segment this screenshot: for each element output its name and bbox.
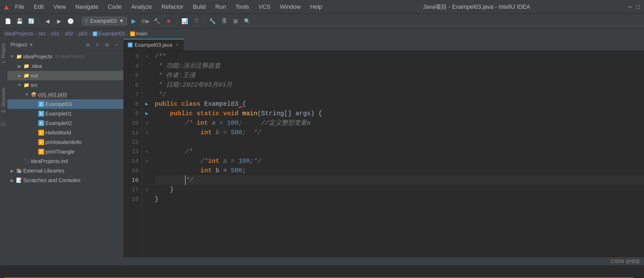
tree-item-printtriangle[interactable]: ▶ C printTriangle (7, 147, 123, 156)
tree-item-external-libs[interactable]: ▶ 📚 External Libraries (7, 166, 123, 175)
menu-code[interactable]: Code (105, 2, 125, 11)
line-num-14: 14 (124, 156, 139, 166)
back-button[interactable]: ◀ (43, 16, 52, 26)
menu-refactor[interactable]: Refactor (158, 2, 186, 11)
run-config-dropdown[interactable]: C Exampel03 ▼ (82, 17, 127, 25)
menu-build[interactable]: Build (190, 2, 209, 11)
tree-label-printtriangle: printTriangle (45, 149, 74, 155)
token-14-1: /* (155, 156, 208, 166)
token-9-indent (155, 109, 170, 118)
maximize-button[interactable]: □ (636, 3, 640, 10)
tree-item-root[interactable]: ▼ 📁 ideaProjects D:\ideaProjects (7, 52, 123, 61)
tree-item-c01s02p03[interactable]: ▼ 📦 c01.s02.p03 (7, 90, 123, 99)
tree-item-out[interactable]: ▶ 📁 out (7, 71, 123, 80)
structure-tab-vertical[interactable]: Z- Structure (0, 84, 7, 117)
layout-button[interactable]: ⊞ (231, 16, 241, 26)
panel-collapse-button[interactable]: ≡ (94, 41, 101, 49)
menu-edit[interactable]: Edit (31, 2, 47, 11)
menu-run[interactable]: Run (212, 2, 229, 11)
expand-arrow-8[interactable]: ▶ (145, 101, 148, 108)
toolbar-separator-4 (204, 17, 205, 25)
menu-help[interactable]: Help (307, 2, 325, 11)
menu-navigate[interactable]: Navigate (72, 2, 102, 11)
build-run-button[interactable]: ⚙▶ (141, 16, 150, 26)
left-tab-extra[interactable]: ≡ (1, 121, 6, 127)
project-tab-vertical[interactable]: 1: Project (0, 39, 7, 68)
token-8-3: Exampel03 (204, 99, 238, 109)
coverage-button[interactable]: 📊 (180, 16, 190, 26)
tab-close-button[interactable]: × (174, 42, 180, 48)
code-line-17: } (155, 185, 644, 194)
panel-settings-button[interactable]: ⚙ (103, 41, 111, 49)
breadcrumb-p03[interactable]: p03 (78, 31, 87, 37)
breadcrumb-ideaprojects[interactable]: ideaProjects (4, 31, 33, 37)
panel-close-button[interactable]: ─ (113, 41, 120, 49)
breadcrumb-src[interactable]: src (39, 31, 46, 37)
panel-locate-button[interactable]: ⊕ (84, 41, 92, 49)
menu-view[interactable]: View (50, 2, 69, 11)
save-button[interactable]: 💾 (15, 16, 24, 26)
token-9-1: public (170, 109, 197, 118)
tree-item-iml[interactable]: ▶ ⬛ ideaProjects.iml (7, 156, 123, 166)
tree-label-external-libs: External Libraries (23, 168, 64, 174)
tree-item-printstudentinfo[interactable]: ▶ C printstudentinfo (7, 137, 123, 147)
gutter-13: ⊟ (142, 147, 152, 156)
token-13-1: /* (155, 147, 193, 156)
profile-button[interactable]: ⏱ (192, 16, 201, 26)
menu-analyze[interactable]: Analyze (128, 2, 155, 11)
tree-item-idea[interactable]: ▶ 📁 .idea (7, 61, 123, 71)
breadcrumb-sep-2: › (47, 31, 50, 37)
expand-arrow-9[interactable]: ▶ (145, 110, 148, 117)
tree-label-src: src (31, 82, 38, 88)
token-5-1: * 作者:王倩 (155, 71, 195, 80)
sync-button[interactable]: 🔄 (26, 16, 36, 26)
folder-icon-src: 📁 (23, 82, 30, 88)
code-content[interactable]: /** * 功能:演示注释嵌套 * 作者:王倩 * 日期:2022年03月03月 (152, 51, 644, 257)
menu-file[interactable]: File (12, 2, 27, 11)
minimize-button[interactable]: ─ (628, 3, 632, 10)
recent-files-button[interactable]: 🕐 (66, 16, 75, 26)
gutter: ≡ ▶ ▶ ⊟ ⊟ (142, 51, 152, 257)
menu-vcs[interactable]: VCS (255, 2, 274, 11)
token-14-int: int (208, 156, 219, 166)
breadcrumb-s02[interactable]: s02 (65, 31, 73, 37)
panel-header: Project ▼ ⊕ ≡ ⚙ ─ (7, 39, 123, 51)
run-button[interactable]: ▶ (129, 16, 139, 26)
status-text: CSDN @情珑 (611, 258, 640, 265)
database-button[interactable]: 🗄 (219, 16, 229, 26)
editor-tab-exampel03[interactable]: C Exampel03.java × (124, 39, 184, 50)
token-6-1: * 日期:2022年03月03月 (155, 80, 232, 90)
panel-dropdown-icon[interactable]: ▼ (29, 43, 33, 47)
token-15-3: 500 (231, 166, 242, 175)
token-9-3: void (223, 109, 242, 118)
gutter-9[interactable]: ▶ (142, 109, 152, 118)
breadcrumb-c01[interactable]: c01 (51, 31, 59, 37)
class-icon-example02: C (38, 120, 44, 126)
breadcrumb-sep-1: › (34, 31, 37, 37)
tree-item-exampel03[interactable]: ▶ C Exampel03 (7, 99, 123, 109)
settings-button[interactable]: 🔧 (208, 16, 217, 26)
gutter-4 (142, 61, 152, 71)
tree-item-src[interactable]: ▼ 📁 src (7, 80, 123, 90)
run-config-icon: C (85, 18, 88, 24)
tree-item-helloworld[interactable]: ▶ C HelloWorld (7, 128, 123, 137)
line-num-17: 17 (124, 185, 139, 194)
menu-tools[interactable]: Tools (232, 2, 252, 11)
stop-button[interactable]: ■ (164, 16, 173, 26)
tree-item-scratches[interactable]: ▶ 📝 Scratches and Consoles (7, 175, 123, 185)
menu-window[interactable]: Window (277, 2, 304, 11)
forward-button[interactable]: ▶ (54, 16, 64, 26)
gutter-8[interactable]: ▶ (142, 99, 152, 109)
token-10-4: ; //定义整型变量a (238, 118, 311, 128)
breadcrumb-main[interactable]: m main (130, 31, 147, 37)
panel-title: Project ▼ (11, 42, 33, 48)
tree-item-example02[interactable]: ▶ C Example02 (7, 118, 123, 128)
code-editor[interactable]: 3 4 5 6 7 8 9 10 11 12 13 14 15 16 17 18 (124, 51, 644, 257)
new-file-button[interactable]: 📄 (3, 16, 13, 26)
breadcrumb-exampel03[interactable]: C Exampel03 (93, 31, 125, 37)
search-everywhere-button[interactable]: 🔍 (243, 16, 252, 26)
line-num-12: 12 (124, 137, 139, 147)
panel-actions: ⊕ ≡ ⚙ ─ (84, 41, 120, 49)
tree-item-example01[interactable]: ▶ C Example01 (7, 109, 123, 118)
build-project-button[interactable]: 🔨 (152, 16, 162, 26)
